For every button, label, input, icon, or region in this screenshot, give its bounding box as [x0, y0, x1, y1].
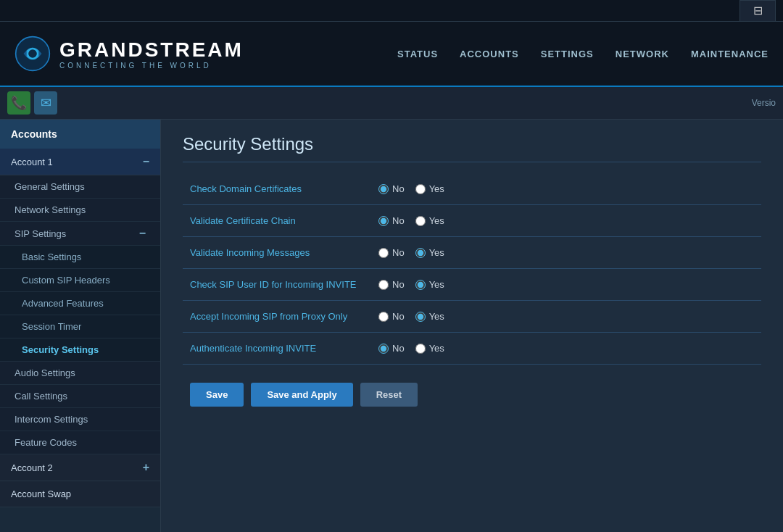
radio-validate-incoming-yes-input[interactable] — [415, 248, 426, 258]
table-row: Validate Certificate Chain No Yes — [183, 205, 761, 237]
settings-table: Check Domain Certificates No Yes — [183, 173, 761, 365]
grandstream-logo-icon — [14, 36, 51, 72]
sidebar-item-intercom-settings[interactable]: Intercom Settings — [0, 408, 160, 431]
control-accept-incoming-sip: No Yes — [371, 301, 761, 333]
radio-group-auth-incoming-invite: No Yes — [378, 343, 754, 354]
table-row: Validate Incoming Messages No Yes — [183, 237, 761, 269]
label-auth-incoming-invite: Authenticate Incoming INVITE — [183, 333, 371, 365]
sidebar-account1-row[interactable]: Account 1 − — [0, 149, 160, 175]
control-check-domain-certs: No Yes — [371, 173, 761, 205]
radio-accept-sip-yes-label: Yes — [429, 311, 444, 322]
nav-accounts[interactable]: ACCOUNTS — [460, 45, 519, 63]
radio-group-check-domain-certs: No Yes — [378, 183, 754, 194]
radio-validate-incoming-no-input[interactable] — [378, 248, 389, 258]
control-validate-incoming-msg: No Yes — [371, 237, 761, 269]
radio-check-domain-no-input[interactable] — [378, 184, 389, 194]
save-and-apply-button[interactable]: Save and Apply — [251, 383, 352, 407]
radio-check-domain-yes-input[interactable] — [415, 184, 426, 194]
table-row: Check SIP User ID for Incoming INVITE No… — [183, 269, 761, 301]
radio-check-sip-yes[interactable]: Yes — [415, 279, 444, 290]
radio-check-sip-no-input[interactable] — [378, 280, 389, 290]
sidebar-item-sip-settings[interactable]: SIP Settings − — [0, 222, 160, 246]
top-bar: ⊟ — [0, 0, 783, 22]
sidebar-item-general-settings[interactable]: General Settings — [0, 175, 160, 199]
nav-network[interactable]: NETWORK — [616, 45, 669, 63]
radio-check-domain-no-label: No — [392, 183, 405, 194]
sidebar-item-network-settings[interactable]: Network Settings — [0, 199, 160, 222]
radio-auth-invite-no-input[interactable] — [378, 344, 389, 354]
sidebar-account-swap-label: Account Swap — [11, 489, 71, 499]
sidebar-item-audio-settings[interactable]: Audio Settings — [0, 362, 160, 385]
phone-icon[interactable]: 📞 — [7, 91, 30, 115]
control-auth-incoming-invite: No Yes — [371, 333, 761, 365]
radio-check-domain-no[interactable]: No — [378, 183, 405, 194]
control-validate-cert-chain: No Yes — [371, 205, 761, 237]
page-title: Security Settings — [183, 134, 761, 162]
radio-accept-sip-no-input[interactable] — [378, 312, 389, 322]
radio-accept-sip-yes-input[interactable] — [415, 312, 426, 322]
sidebar: Accounts Account 1 − General Settings Ne… — [0, 120, 161, 532]
radio-check-domain-yes[interactable]: Yes — [415, 183, 444, 194]
radio-auth-invite-yes-input[interactable] — [415, 344, 426, 354]
radio-check-sip-no-label: No — [392, 279, 405, 290]
save-button[interactable]: Save — [190, 383, 244, 407]
radio-validate-cert-chain-yes[interactable]: Yes — [415, 215, 444, 226]
radio-accept-sip-no-label: No — [392, 311, 405, 322]
radio-validate-cert-chain-yes-input[interactable] — [415, 216, 426, 226]
logo-name: GRANDSTREAM — [59, 38, 244, 62]
radio-validate-cert-chain-no-label: No — [392, 215, 405, 226]
radio-group-check-sip-user-id: No Yes — [378, 279, 754, 290]
content-area: Security Settings Check Domain Certifica… — [161, 120, 783, 532]
sidebar-item-call-settings[interactable]: Call Settings — [0, 385, 160, 408]
sidebar-account-swap-row[interactable]: Account Swap — [0, 481, 160, 507]
radio-check-sip-yes-label: Yes — [429, 279, 444, 290]
sidebar-account1-label: Account 1 — [11, 157, 53, 167]
sidebar-account2-row[interactable]: Account 2 + — [0, 454, 160, 481]
sidebar-account1-toggle: − — [143, 156, 149, 167]
radio-auth-invite-no[interactable]: No — [378, 343, 405, 354]
radio-validate-incoming-no-label: No — [392, 247, 405, 258]
sidebar-header: Accounts — [0, 120, 160, 149]
version-text: Versio — [752, 98, 776, 108]
nav-maintenance[interactable]: MAINTENANCE — [691, 45, 768, 63]
sidebar-item-basic-settings[interactable]: Basic Settings — [0, 246, 160, 269]
radio-auth-invite-yes[interactable]: Yes — [415, 343, 444, 354]
message-icon[interactable]: ✉ — [34, 91, 57, 115]
radio-check-sip-no[interactable]: No — [378, 279, 405, 290]
radio-accept-sip-yes[interactable]: Yes — [415, 311, 444, 322]
main-layout: Accounts Account 1 − General Settings Ne… — [0, 120, 783, 532]
table-row: Accept Incoming SIP from Proxy Only No Y… — [183, 301, 761, 333]
svg-point-1 — [28, 49, 37, 58]
logo-area: GRANDSTREAM CONNECTING THE WORLD — [14, 36, 397, 72]
radio-validate-cert-chain-no-input[interactable] — [378, 216, 389, 226]
header: GRANDSTREAM CONNECTING THE WORLD STATUS … — [0, 22, 783, 87]
sidebar-sip-toggle: − — [139, 228, 146, 239]
sidebar-item-advanced-features[interactable]: Advanced Features — [0, 292, 160, 315]
sidebar-item-custom-sip-headers[interactable]: Custom SIP Headers — [0, 269, 160, 292]
radio-validate-cert-chain-no[interactable]: No — [378, 215, 405, 226]
radio-validate-cert-chain-yes-label: Yes — [429, 215, 444, 226]
radio-check-sip-yes-input[interactable] — [415, 280, 426, 290]
sidebar-item-security-settings[interactable]: Security Settings — [0, 338, 160, 362]
sidebar-item-session-timer[interactable]: Session Timer — [0, 315, 160, 338]
reset-button[interactable]: Reset — [360, 383, 418, 407]
radio-accept-sip-no[interactable]: No — [378, 311, 405, 322]
top-bar-icon[interactable]: ⊟ — [740, 0, 776, 22]
sub-header: 📞 ✉ Versio — [0, 87, 783, 120]
label-check-sip-user-id: Check SIP User ID for Incoming INVITE — [183, 269, 371, 301]
nav-settings[interactable]: SETTINGS — [541, 45, 594, 63]
radio-validate-incoming-yes[interactable]: Yes — [415, 247, 444, 258]
button-row: Save Save and Apply Reset — [183, 383, 761, 407]
radio-group-accept-incoming-sip: No Yes — [378, 311, 754, 322]
table-row: Authenticate Incoming INVITE No Yes — [183, 333, 761, 365]
sidebar-item-feature-codes[interactable]: Feature Codes — [0, 431, 160, 454]
radio-validate-incoming-yes-label: Yes — [429, 247, 444, 258]
label-validate-incoming-msg: Validate Incoming Messages — [183, 237, 371, 269]
radio-group-validate-cert-chain: No Yes — [378, 215, 754, 226]
sidebar-account2-toggle: + — [143, 462, 149, 473]
radio-validate-incoming-no[interactable]: No — [378, 247, 405, 258]
logo-text-block: GRANDSTREAM CONNECTING THE WORLD — [59, 38, 244, 70]
label-validate-cert-chain: Validate Certificate Chain — [183, 205, 371, 237]
nav-status[interactable]: STATUS — [397, 45, 438, 63]
label-accept-incoming-sip: Accept Incoming SIP from Proxy Only — [183, 301, 371, 333]
